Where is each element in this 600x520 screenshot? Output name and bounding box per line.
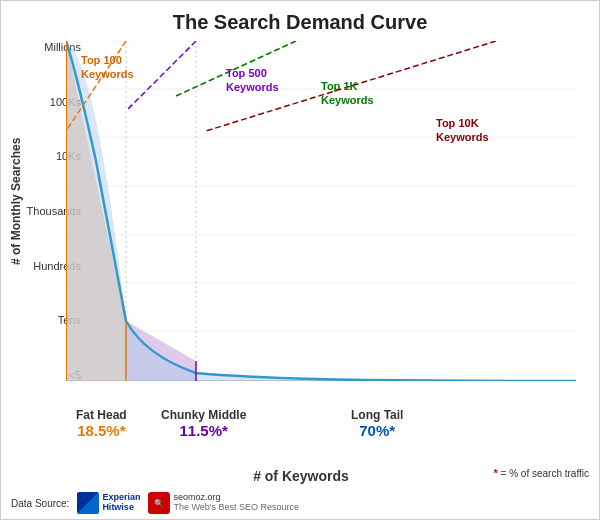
experian-text: ExperianHitwise: [102, 493, 140, 513]
seomoz-icon: 🔍: [148, 492, 170, 514]
data-source-label: Data Source:: [11, 498, 69, 509]
annotation-top1k: Top 1KKeywords: [321, 79, 374, 108]
chunky-pct: 11.5%*: [161, 422, 246, 439]
annotation-top100: Top 100Keywords: [81, 53, 134, 82]
annotation-top10k: Top 10KKeywords: [436, 116, 489, 145]
seomoz-text: seomoz.orgThe Web's Best SEO Resource: [173, 493, 299, 513]
longtail-pct: 70%*: [351, 422, 403, 439]
longtail-name: Long Tail: [351, 408, 403, 422]
fat-head-name: Fat Head: [76, 408, 127, 422]
footnote: * = % of search traffic: [494, 468, 589, 479]
fat-head-pct: 18.5%*: [76, 422, 127, 439]
chunky-name: Chunky Middle: [161, 408, 246, 422]
long-tail-segment: Long Tail 70%*: [351, 408, 403, 439]
chunky-middle-segment: Chunky Middle 11.5%*: [161, 408, 246, 439]
experian-icon: [77, 492, 99, 514]
footnote-text: = % of search traffic: [501, 468, 589, 479]
chart-title: The Search Demand Curve: [1, 1, 599, 34]
asterisk: *: [494, 468, 498, 479]
y-axis-label: # of Monthly Searches: [6, 51, 26, 351]
fat-head-segment: Fat Head 18.5%*: [76, 408, 127, 439]
experian-logo: ExperianHitwise: [77, 492, 140, 514]
footer: Data Source: ExperianHitwise 🔍 seomoz.or…: [11, 492, 299, 514]
seomoz-logo: 🔍 seomoz.orgThe Web's Best SEO Resource: [148, 492, 299, 514]
annotation-top500: Top 500Keywords: [226, 66, 279, 95]
svg-line-13: [126, 41, 196, 111]
